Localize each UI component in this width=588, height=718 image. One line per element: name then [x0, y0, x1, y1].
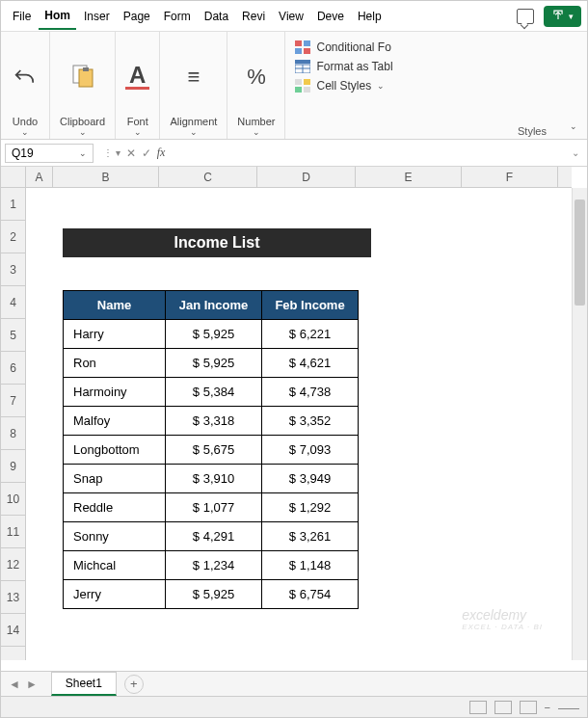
vertical-scrollbar[interactable] [572, 188, 587, 660]
ribbon-group-clipboard[interactable]: Clipboard ⌄ [50, 32, 116, 139]
row-header[interactable]: 7 [1, 385, 25, 417]
menu-tab-data[interactable]: Data [199, 4, 234, 29]
column-header[interactable]: C [159, 167, 257, 187]
column-header[interactable]: D [257, 167, 356, 187]
cell-feb[interactable]: $ 3,261 [262, 522, 359, 551]
table-header[interactable]: Jan Income [166, 291, 262, 320]
sheet-tab[interactable]: Sheet1 [51, 672, 117, 696]
cell-feb[interactable]: $ 6,754 [262, 580, 359, 609]
table-row[interactable]: Jerry$ 5,925$ 6,754 [64, 580, 359, 609]
page-break-view-icon[interactable] [520, 701, 537, 714]
cell-jan[interactable]: $ 1,077 [166, 493, 262, 522]
table-header[interactable]: Feb Income [262, 291, 359, 320]
fx-icon[interactable]: fx [157, 146, 166, 160]
row-header[interactable]: 6 [1, 352, 25, 385]
menu-tab-help[interactable]: Help [352, 4, 388, 29]
cancel-formula-icon[interactable]: ✕ [126, 146, 136, 160]
row-header[interactable]: 2 [1, 221, 25, 253]
accept-formula-icon[interactable]: ✓ [142, 146, 151, 160]
cell-jan[interactable]: $ 5,925 [166, 580, 262, 609]
table-row[interactable]: Ron$ 5,925$ 4,621 [64, 349, 359, 378]
row-header[interactable]: 13 [1, 581, 25, 614]
format-as-table-button[interactable]: Format as Tabl [293, 57, 552, 76]
table-row[interactable]: Harmoiny$ 5,384$ 4,738 [64, 378, 359, 407]
table-row[interactable]: Snap$ 3,910$ 3,949 [64, 465, 359, 493]
table-row[interactable]: Sonny$ 4,291$ 3,261 [64, 522, 359, 551]
share-button[interactable]: ▾ [544, 6, 581, 27]
cell-styles-button[interactable]: Cell Styles ⌄ [293, 76, 552, 95]
prev-sheet-icon[interactable]: ◄ [9, 678, 20, 691]
row-header[interactable]: 9 [1, 450, 25, 483]
cell-name[interactable]: Snap [64, 465, 166, 493]
row-header[interactable]: 4 [1, 286, 25, 319]
cell-name[interactable]: Jerry [64, 580, 166, 609]
cell-jan[interactable]: $ 5,384 [166, 378, 262, 407]
column-header[interactable]: A [26, 167, 53, 187]
ribbon-group-font[interactable]: A Font ⌄ [116, 32, 160, 139]
cell-jan[interactable]: $ 5,925 [166, 320, 262, 349]
menu-tab-revi[interactable]: Revi [236, 4, 271, 29]
cell-jan[interactable]: $ 3,910 [166, 465, 262, 493]
menu-tab-file[interactable]: File [7, 4, 37, 29]
cell-jan[interactable]: $ 5,925 [166, 349, 262, 378]
cell-name[interactable]: Reddle [64, 493, 166, 522]
row-header[interactable]: 3 [1, 253, 25, 286]
ribbon-group-number[interactable]: % Number ⌄ [227, 32, 285, 139]
cell-feb[interactable]: $ 4,621 [262, 349, 359, 378]
expand-formula-bar-icon[interactable]: ⌄ [564, 147, 587, 158]
name-box[interactable]: Q19 ⌄ [5, 144, 94, 163]
cell-name[interactable]: Malfoy [64, 407, 166, 436]
cell-jan[interactable]: $ 1,234 [166, 551, 262, 580]
table-row[interactable]: Longbottom$ 5,675$ 7,093 [64, 436, 359, 465]
cell-feb[interactable]: $ 1,148 [262, 551, 359, 580]
formula-input[interactable] [171, 145, 564, 162]
cell-feb[interactable]: $ 4,738 [262, 378, 359, 407]
dropdown-icon[interactable]: ⋮ ▾ [103, 147, 120, 158]
row-header[interactable]: 5 [1, 319, 25, 352]
row-headers[interactable]: 1234567891011121314 [1, 188, 26, 660]
menu-tab-hom[interactable]: Hom [39, 3, 76, 30]
menu-tab-form[interactable]: Form [158, 4, 197, 29]
select-all-corner[interactable] [1, 167, 26, 188]
menu-tab-page[interactable]: Page [118, 4, 156, 29]
comments-icon[interactable] [517, 9, 534, 24]
conditional-formatting-button[interactable]: Conditional Fo [293, 38, 552, 57]
table-row[interactable]: Harry$ 5,925$ 6,221 [64, 320, 359, 349]
column-headers[interactable]: ABCDEF [26, 167, 572, 188]
cell-jan[interactable]: $ 5,675 [166, 436, 262, 465]
cell-feb[interactable]: $ 3,949 [262, 465, 359, 493]
title-cell[interactable]: Income List [63, 228, 371, 257]
row-header[interactable]: 14 [1, 614, 25, 647]
table-row[interactable]: Reddle$ 1,077$ 1,292 [64, 493, 359, 522]
cell-jan[interactable]: $ 3,318 [166, 407, 262, 436]
menu-tab-inser[interactable]: Inser [78, 4, 116, 29]
table-header[interactable]: Name [64, 291, 166, 320]
table-row[interactable]: Michcal$ 1,234$ 1,148 [64, 551, 359, 580]
next-sheet-icon[interactable]: ► [26, 678, 38, 691]
cell-feb[interactable]: $ 6,221 [262, 320, 359, 349]
normal-view-icon[interactable] [469, 701, 487, 714]
zoom-out-icon[interactable]: − [545, 702, 550, 713]
cell-name[interactable]: Harry [64, 320, 166, 349]
data-table[interactable]: NameJan IncomeFeb Income Harry$ 5,925$ 6… [63, 290, 359, 609]
cell-jan[interactable]: $ 4,291 [166, 522, 262, 551]
ribbon-collapse-button[interactable]: ⌄ [560, 32, 587, 139]
row-header[interactable]: 11 [1, 516, 25, 548]
row-header[interactable]: 1 [1, 188, 25, 221]
column-header[interactable]: B [53, 167, 159, 187]
scroll-thumb[interactable] [575, 199, 585, 306]
ribbon-group-alignment[interactable]: ≡ Alignment ⌄ [160, 32, 227, 139]
cell-name[interactable]: Harmoiny [64, 378, 166, 407]
spreadsheet-grid[interactable]: ABCDEF 1234567891011121314 Income List N… [1, 167, 587, 660]
cell-name[interactable]: Longbottom [64, 436, 166, 465]
cell-name[interactable]: Ron [64, 349, 166, 378]
cells-area[interactable]: Income List NameJan IncomeFeb Income Har… [26, 188, 572, 660]
page-layout-view-icon[interactable] [494, 701, 512, 714]
cell-feb[interactable]: $ 1,292 [262, 493, 359, 522]
cell-name[interactable]: Sonny [64, 522, 166, 551]
cell-feb[interactable]: $ 7,093 [262, 436, 359, 465]
menu-tab-deve[interactable]: Deve [311, 4, 350, 29]
add-sheet-button[interactable]: + [124, 675, 144, 694]
column-header[interactable]: E [356, 167, 462, 187]
row-header[interactable]: 12 [1, 548, 25, 581]
